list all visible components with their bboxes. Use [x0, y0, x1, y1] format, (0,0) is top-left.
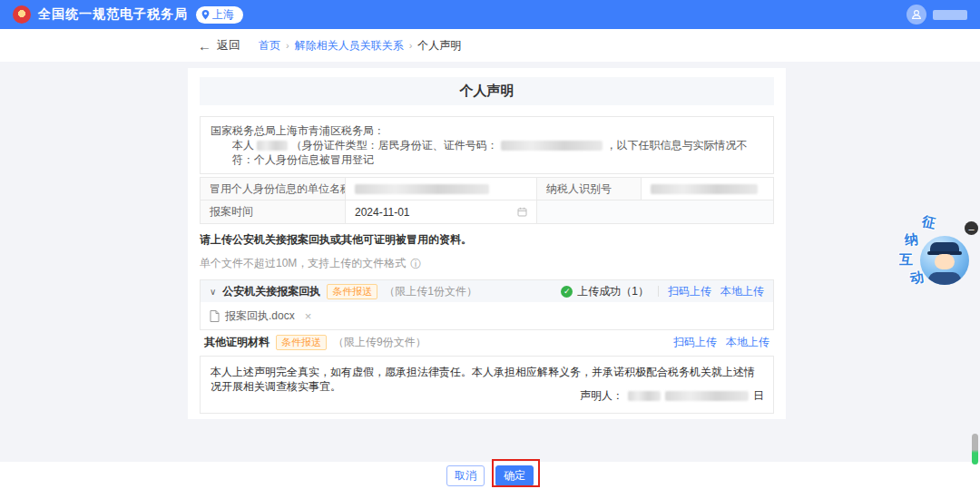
upload-hint: 单个文件不超过10M，支持上传的文件格式 ⓘ	[200, 256, 774, 271]
back-arrow-icon: ←	[198, 38, 211, 54]
report-time-value: 2024-11-01	[355, 201, 410, 223]
back-button[interactable]: ← 返回	[198, 37, 240, 54]
file-limit-note: （限上传1份文件）	[384, 284, 477, 299]
id-number-redacted	[501, 141, 603, 151]
local-upload-link[interactable]: 本地上传	[720, 284, 764, 299]
file-limit-note: （限上传9份文件）	[333, 335, 426, 350]
breadcrumb-home[interactable]: 首页	[259, 38, 280, 54]
report-time-picker[interactable]: 2024-11-01	[346, 200, 537, 223]
scan-upload-link[interactable]: 扫码上传	[668, 284, 711, 299]
info-icon[interactable]: ⓘ	[410, 259, 421, 269]
scan-upload-link[interactable]: 扫码上传	[673, 335, 717, 350]
upload-status-text: 上传成功（1）	[577, 284, 649, 299]
file-icon	[210, 310, 220, 322]
upload-section-other-proof: 其他证明材料 条件报送 （限上传9份文件） 扫码上传 本地上传	[200, 332, 774, 352]
upload-status: ✓ 上传成功（1）	[561, 284, 649, 299]
success-check-icon: ✓	[561, 286, 573, 298]
conditional-submit-badge: 条件报送	[276, 335, 327, 350]
national-emblem-logo: ★	[13, 5, 31, 24]
uploaded-file-item: 报案回执.docx ×	[201, 302, 773, 329]
back-label: 返回	[217, 37, 240, 54]
location-label: 上海	[212, 7, 234, 23]
widget-char: 征	[920, 213, 937, 233]
breadcrumb-bar: ← 返回 首页 › 解除相关人员关联关系 › 个人声明	[0, 29, 980, 62]
upload-instruction: 请上传公安机关接报案回执或其他可证明被冒用的资料。	[200, 232, 774, 248]
person-icon	[910, 8, 923, 21]
statement-mid: （身份证件类型：居民身份证、证件号码：	[291, 139, 498, 152]
uploaded-file-name[interactable]: 报案回执.docx	[225, 308, 295, 324]
misuse-unit-label: 冒用个人身份信息的单位名称	[201, 178, 346, 200]
remove-file-icon[interactable]: ×	[305, 309, 312, 323]
upload-section-police-receipt: ∨ 公安机关接报案回执 条件报送 （限上传1份文件） ✓ 上传成功（1） 扫码上…	[200, 279, 774, 330]
minus-icon: –	[968, 223, 974, 234]
user-name-redacted	[933, 10, 967, 20]
calendar-icon	[517, 207, 527, 217]
misuse-unit-value	[346, 178, 537, 200]
chevron-down-icon[interactable]: ∨	[210, 287, 216, 297]
upload-hint-text: 单个文件不超过10M，支持上传的文件格式	[200, 256, 406, 271]
statement-intro-box: 国家税务总局上海市青浦区税务局： 本人 （身份证件类型：居民身份证、证件号码： …	[200, 116, 774, 174]
section-title: 其他证明材料	[204, 335, 270, 350]
breadcrumb: 首页 › 解除相关人员关联关系 › 个人声明	[259, 38, 461, 54]
confirm-button[interactable]: 确定	[495, 465, 534, 486]
divider	[658, 286, 659, 297]
scroll-indicator[interactable]	[972, 434, 978, 465]
salutation: 国家税务总局上海市青浦区税务局：	[211, 123, 763, 138]
declarant-date-suffix: 日	[753, 388, 764, 404]
statement-line: 本人 （身份证件类型：居民身份证、证件号码： ，以下任职信息与实际情况不符：个人…	[211, 138, 763, 167]
location-pin-icon	[201, 10, 210, 20]
header-user-area[interactable]	[906, 5, 967, 24]
statement-prefix: 本人	[232, 139, 254, 152]
report-time-label: 报案时间	[201, 200, 346, 223]
breadcrumb-current: 个人声明	[417, 38, 461, 54]
section-title: 公安机关接报案回执	[222, 284, 320, 299]
declaration-form-card: 个人声明 国家税务总局上海市青浦区税务局： 本人 （身份证件类型：居民身份证、证…	[188, 68, 786, 419]
app-header: ★ 全国统一规范电子税务局 上海	[0, 0, 980, 29]
taxpayer-id-value	[642, 178, 773, 200]
local-upload-link[interactable]: 本地上传	[726, 335, 769, 350]
breadcrumb-parent[interactable]: 解除相关人员关联关系	[295, 38, 404, 54]
app-title: 全国统一规范电子税务局	[38, 6, 188, 23]
star-icon: ★	[18, 10, 25, 19]
declarant-date-redacted	[665, 391, 749, 401]
declaration-box: 本人上述声明完全真实，如有虚假，愿承担法律责任。本人承担相应解释义务，并承诺积极…	[200, 356, 774, 414]
taxpayer-id-label: 纳税人识别号	[537, 178, 642, 200]
breadcrumb-separator: ›	[409, 40, 413, 51]
declarant-line: 声明人： 日	[580, 388, 764, 404]
declarant-name-redacted	[257, 141, 288, 151]
breadcrumb-separator: ›	[286, 40, 289, 51]
widget-char: 动	[909, 269, 925, 288]
page-title: 个人声明	[200, 77, 774, 105]
tax-officer-mascot-icon	[920, 236, 969, 285]
declarant-name-redacted	[628, 391, 661, 401]
widget-minimize-button[interactable]: –	[965, 221, 978, 235]
table-empty-cell	[537, 200, 773, 223]
case-info-table: 冒用个人身份信息的单位名称 纳税人识别号 报案时间 2024-11-01	[200, 177, 774, 224]
widget-char: 互	[899, 251, 913, 269]
tax-interaction-widget[interactable]: 征 纳 互 动	[897, 214, 973, 287]
user-avatar[interactable]	[906, 5, 926, 24]
location-switcher[interactable]: 上海	[196, 6, 243, 24]
action-footer: 取消 确定	[0, 462, 980, 489]
declarant-label: 声明人：	[580, 388, 623, 404]
widget-char: 纳	[904, 230, 919, 249]
cancel-button[interactable]: 取消	[446, 465, 485, 486]
conditional-submit-badge: 条件报送	[327, 284, 377, 299]
section-header: ∨ 公安机关接报案回执 条件报送 （限上传1份文件） ✓ 上传成功（1） 扫码上…	[201, 280, 773, 302]
